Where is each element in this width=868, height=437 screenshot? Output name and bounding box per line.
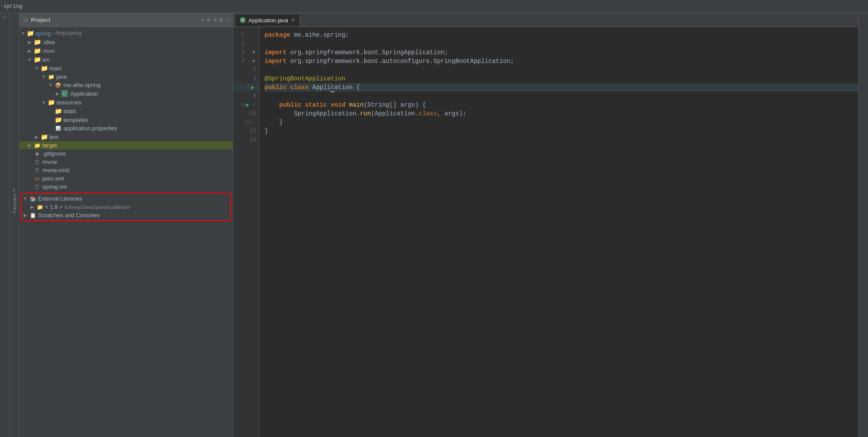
right-strip — [858, 13, 868, 437]
project-tree[interactable]: ▼ 📁 spring ~/tmp/spring ▶ 📁 .idea ▶ 📁 .m… — [19, 27, 233, 437]
tree-item-gitignore[interactable]: ▶ ◆ .gitignore — [19, 149, 233, 158]
tree-item-mvnw[interactable]: ▶ 🗒 mvnw — [19, 158, 233, 166]
tree-item-mvn[interactable]: ▶ 📁 .mvn — [19, 46, 233, 55]
code-line-11: } — [265, 118, 858, 127]
tree-item-app-properties[interactable]: ▶ 📊 application.properties — [19, 124, 233, 132]
tree-item-jdk[interactable]: ▶ 📁 < 1.8 > /Library/Java/JavaVirtualMac… — [22, 203, 230, 211]
tree-item-package[interactable]: ▼ 📦 me.aihe.spring — [19, 81, 233, 89]
tree-item-idea[interactable]: ▶ 📁 .idea — [19, 38, 233, 46]
code-line-12: } — [265, 127, 858, 135]
line-num-9: 9 — [236, 102, 245, 108]
folder-icon-java: 📁 — [47, 74, 55, 80]
tree-item-test[interactable]: ▶ 📁 test — [19, 132, 233, 141]
fold-3: ▼ — [251, 50, 256, 55]
code-line-5 — [265, 66, 858, 74]
tree-item-templates[interactable]: ▶ 📁 templates — [19, 115, 233, 124]
project-tree-icon: 🗂 — [23, 17, 28, 23]
project-dropdown-arrow[interactable]: ▾ — [202, 17, 204, 22]
fold-11[interactable]: — — [251, 120, 256, 125]
fold-9[interactable]: — — [251, 103, 256, 108]
tree-label-external-libs: External Libraries — [38, 195, 82, 202]
header-add-icon[interactable]: ⊕ — [207, 16, 210, 24]
class-name-Application2: ation — [334, 83, 353, 92]
header-gear-icon[interactable]: ⚙ — [219, 16, 223, 24]
line-num-2: 2 — [236, 41, 245, 47]
tree-item-scratches[interactable]: ▶ 📋 Scratches and Consoles — [22, 211, 230, 219]
fold-4: ▼ — [251, 59, 256, 64]
arrow-mvn: ▶ — [26, 49, 33, 53]
tree-item-spring-iml[interactable]: ▶ 🗒 spring.iml — [19, 183, 233, 191]
line-num-8: 8 — [248, 93, 256, 99]
tab-application-java[interactable]: C Application.java ✕ — [235, 14, 300, 26]
code-line-4: import org.springframework.boot.autoconf… — [265, 57, 858, 66]
arrow-application: ▶ — [54, 91, 61, 96]
line-num-12: 12 — [248, 128, 256, 134]
line-num-7: 7 — [241, 84, 250, 90]
file-icon-spring-iml: 🗒 — [33, 184, 41, 190]
import-kw-3: import — [265, 48, 286, 57]
folder-icon-src: 📁 — [33, 56, 41, 63]
arrow-package: ▼ — [47, 83, 54, 87]
tree-label-gitignore: .gitignore — [42, 150, 65, 157]
project-panel: 🗂 Project ▾ ⊕ ≡ ⚙ ← ▼ 📁 spring ~/tmp/spr… — [19, 13, 233, 437]
run-icon-7[interactable]: ▶ — [251, 84, 256, 91]
line-gutter: 1 2 3 ▼ 4 ▼ — [233, 27, 259, 437]
tree-label-main: main — [49, 65, 62, 72]
java-class-icon: C — [61, 90, 68, 97]
tree-item-mvnw-cmd[interactable]: ▶ 🗒 mvnw.cmd — [19, 166, 233, 174]
tree-item-static[interactable]: ▶ 📁 static — [19, 107, 233, 115]
tree-item-pom-xml[interactable]: ▶ m pom.xml — [19, 174, 233, 183]
folder-icon-resources: 📁 — [47, 99, 55, 106]
arrow-test: ▶ — [33, 135, 40, 139]
arrow-idea: ▶ — [26, 40, 33, 45]
arrow-spring: ▼ — [19, 31, 26, 36]
gutter-row-13: 13 — [233, 135, 259, 144]
code-content[interactable]: package me.aihe.spring; import org.sprin… — [259, 27, 858, 437]
tree-item-main[interactable]: ▼ 📁 main — [19, 64, 233, 73]
run-icon-9[interactable]: ▶ — [246, 101, 251, 108]
code-line-10: SpringApplication . run ( Application . … — [265, 109, 858, 118]
project-panel-title: Project — [31, 17, 199, 23]
class-name-Application: Appli — [312, 83, 331, 92]
tab-label: Application.java — [248, 17, 288, 24]
scratches-icon: 📋 — [29, 212, 37, 218]
tree-label-resources: resources — [56, 99, 81, 106]
code-line-8 — [265, 92, 858, 101]
dot-run: . — [356, 109, 360, 118]
line-num-13: 13 — [248, 137, 256, 143]
xml-icon-pom: m — [33, 176, 41, 182]
code-line-13 — [265, 135, 858, 144]
tree-label-idea: .idea — [42, 39, 55, 45]
tree-item-external-libs[interactable]: ▼ 📚 External Libraries — [22, 194, 230, 203]
gutter-row-1: 1 — [233, 31, 259, 39]
tree-item-target[interactable]: ▶ 📁 target — [19, 141, 233, 149]
space-7b — [309, 83, 312, 92]
jdk-folder-icon: 📁 — [36, 204, 44, 210]
header-back-icon[interactable]: ← — [226, 17, 229, 24]
header-equalize-icon[interactable]: ≡ — [213, 17, 217, 24]
folder-icon-static: 📁 — [54, 108, 62, 114]
arrow-ext-libs: ▼ — [22, 196, 29, 201]
gutter-row-2: 2 — [233, 39, 259, 48]
semi-4: ; — [510, 57, 514, 66]
package-icon: 📦 — [54, 82, 62, 88]
code-line-9: public static void main (String[] args) … — [265, 101, 858, 109]
code-line-1: package me.aihe.spring; — [265, 31, 858, 39]
main-params: (String[] args) { — [364, 101, 426, 109]
gutter-row-5: 5 — [233, 66, 259, 74]
tree-item-src[interactable]: ▼ 📁 src — [19, 55, 233, 64]
tree-item-application[interactable]: ▶ C Application — [19, 89, 233, 98]
tab-close-btn[interactable]: ✕ — [291, 17, 295, 23]
kw-public-9: public — [279, 101, 301, 109]
method-main: main — [349, 101, 364, 109]
tree-label-app-properties: application.properties — [63, 125, 117, 132]
gutter-row-11: 11 — — [233, 118, 259, 127]
run-args2: , args); — [437, 109, 466, 118]
tree-item-spring-root[interactable]: ▼ 📁 spring ~/tmp/spring — [19, 29, 233, 38]
top-bar: spring — [0, 0, 868, 13]
code-line-3: import org.springframework.boot.SpringAp… — [265, 48, 858, 57]
main-layout: 1 2: Favorites 🗂 Project ▾ ⊕ ≡ ⚙ ← ▼ 📁 s… — [0, 13, 868, 437]
tree-item-resources[interactable]: ▼ 📁 resources — [19, 98, 233, 107]
tree-item-java[interactable]: ▼ 📁 java — [19, 73, 233, 81]
favorites-num: 2: — [12, 188, 16, 193]
